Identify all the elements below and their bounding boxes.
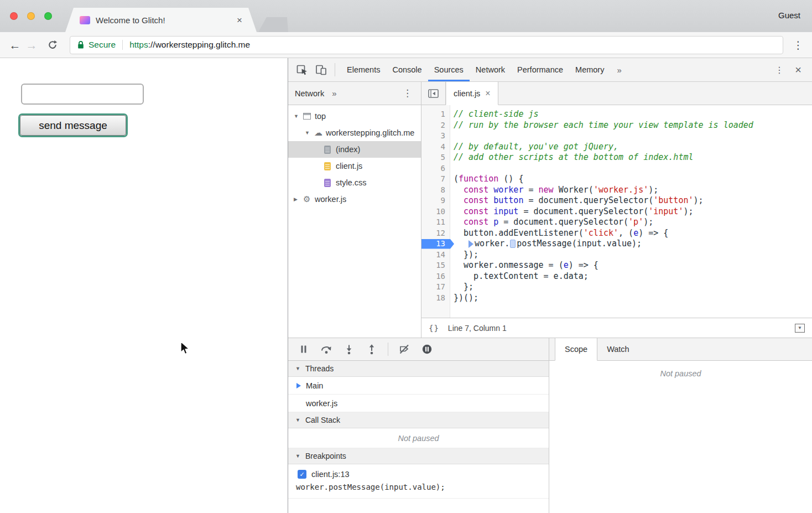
reload-button[interactable]: [44, 39, 61, 50]
tree-item-index[interactable]: (index): [288, 141, 421, 158]
tree-item-style.css[interactable]: style.css: [288, 174, 421, 191]
sources-panel: Network » ⋮ ▼top▼☁workerstepping.glitch.…: [288, 82, 812, 338]
code-line: 4// by default, you've got jQuery,: [421, 142, 812, 153]
send-message-button[interactable]: send message: [20, 115, 126, 136]
step-out-icon[interactable]: [362, 340, 382, 358]
line-number[interactable]: 11: [421, 217, 450, 228]
scope-tabbar: Scope Watch: [549, 338, 812, 361]
code-text: [450, 163, 454, 174]
callstack-section-header[interactable]: ▼ Call Stack: [288, 412, 549, 428]
line-number[interactable]: 10: [421, 206, 450, 217]
line-number[interactable]: 5: [421, 152, 450, 163]
line-number[interactable]: 2: [421, 120, 450, 131]
more-panels-icon[interactable]: »: [612, 65, 626, 75]
devtools-tab-console[interactable]: Console: [386, 58, 428, 81]
deactivate-breakpoints-icon[interactable]: [394, 340, 414, 358]
devtools-tab-memory[interactable]: Memory: [569, 58, 610, 81]
step-over-icon[interactable]: [316, 340, 336, 358]
scope-pane: Scope Watch Not paused: [549, 338, 812, 513]
breakpoints-section-header[interactable]: ▼ Breakpoints: [288, 448, 549, 464]
line-number[interactable]: 7: [421, 174, 450, 185]
gear-icon: ⚙: [303, 194, 315, 204]
line-number[interactable]: 3: [421, 131, 450, 142]
navigator-tab-network[interactable]: Network: [293, 89, 326, 98]
code-text: const p = document.querySelector('p');: [450, 217, 653, 228]
back-button[interactable]: ←: [7, 39, 23, 51]
devtools-tab-network[interactable]: Network: [470, 58, 511, 81]
breakpoint-snippet[interactable]: worker.postMessage(input.value);: [288, 483, 549, 491]
devtools-close-icon[interactable]: ×: [790, 61, 806, 78]
message-input[interactable]: [21, 84, 144, 105]
hide-navigator-icon[interactable]: [421, 82, 446, 105]
thread-item-worker.js[interactable]: worker.js: [288, 395, 549, 412]
devtools-tab-performance[interactable]: Performance: [511, 58, 569, 81]
threads-label: Threads: [305, 364, 334, 373]
line-number[interactable]: 12: [421, 228, 450, 239]
minimize-window-button[interactable]: [27, 12, 35, 20]
line-number[interactable]: 17: [421, 282, 450, 293]
pause-on-exceptions-icon[interactable]: [417, 340, 437, 358]
threads-section-header[interactable]: ▼ Threads: [288, 361, 549, 377]
thread-label: worker.js: [306, 399, 337, 408]
tree-item-label: workerstepping.glitch.me: [326, 128, 414, 137]
tree-item-worker.js[interactable]: ▶⚙worker.js: [288, 191, 421, 208]
forward-button[interactable]: →: [23, 39, 40, 51]
inline-breakpoint-marker[interactable]: [510, 240, 516, 248]
line-number[interactable]: 6: [421, 163, 450, 174]
inline-breakpoint-marker[interactable]: [469, 240, 473, 248]
devtools-tab-elements[interactable]: Elements: [341, 58, 386, 81]
pretty-print-icon[interactable]: {}: [429, 324, 439, 333]
device-toolbar-icon[interactable]: [313, 61, 329, 78]
new-tab-stub[interactable]: [258, 17, 288, 32]
tab-scope[interactable]: Scope: [555, 338, 597, 361]
tree-item-workerstepping.glitch.me[interactable]: ▼☁workerstepping.glitch.me: [288, 125, 421, 141]
callstack-label: Call Stack: [305, 416, 340, 424]
code-editor[interactable]: 1// client-side js2// run by the browser…: [421, 105, 812, 318]
tab-watch[interactable]: Watch: [597, 338, 639, 360]
url-host: ://workerstepping.glitch.me: [148, 40, 250, 49]
tree-item-client.js[interactable]: client.js: [288, 158, 421, 174]
expander-icon[interactable]: ▼: [305, 130, 314, 136]
zoom-window-button[interactable]: [44, 12, 52, 20]
line-number[interactable]: 15: [421, 260, 450, 271]
profile-name[interactable]: Guest: [778, 11, 800, 20]
browser-toolbar: ← → Secure https://workerstepping.glitch…: [0, 32, 812, 58]
line-number[interactable]: 14: [421, 250, 450, 261]
line-number[interactable]: 8: [421, 185, 450, 196]
pause-script-icon[interactable]: [294, 340, 314, 358]
devtools-tab-sources[interactable]: Sources: [428, 58, 470, 81]
step-into-icon[interactable]: [339, 340, 359, 358]
editor-statusbar: {} Line 7, Column 1 ▼: [421, 318, 812, 338]
navigator-more-tabs-icon[interactable]: »: [332, 89, 336, 98]
navigator-menu-icon[interactable]: ⋮: [398, 87, 417, 99]
close-window-button[interactable]: [10, 12, 18, 20]
panel-toggle-icon[interactable]: ▼: [795, 324, 805, 333]
line-number[interactable]: 9: [421, 195, 450, 206]
code-text: // add other scripts at the bottom of in…: [450, 152, 693, 163]
code-text: p.textContent = e.data;: [450, 271, 589, 282]
editor-tab-clientjs[interactable]: client.js ×: [446, 82, 498, 105]
line-number[interactable]: 1: [421, 109, 450, 120]
breakpoint-checkbox[interactable]: ✓: [298, 470, 306, 479]
expander-icon[interactable]: ▼: [294, 113, 303, 119]
tree-item-top[interactable]: ▼top: [288, 108, 421, 125]
thread-item-main[interactable]: Main: [288, 377, 549, 395]
inspect-element-icon[interactable]: [294, 61, 310, 78]
js-icon: [324, 162, 336, 170]
line-number[interactable]: 18: [421, 293, 450, 304]
line-number[interactable]: 4: [421, 142, 450, 153]
breakpoints-list: ✓client.js:13worker.postMessage(input.va…: [288, 464, 549, 499]
collapse-triangle-icon: ▼: [295, 366, 300, 371]
line-number[interactable]: 16: [421, 271, 450, 282]
browser-menu-icon[interactable]: ⋮: [791, 39, 805, 51]
address-bar[interactable]: Secure https://workerstepping.glitch.me: [70, 36, 783, 54]
devtools-menu-icon[interactable]: ⋮: [771, 61, 788, 78]
expander-icon[interactable]: ▶: [294, 196, 303, 202]
breakpoint-location[interactable]: client.js:13: [311, 470, 350, 479]
tab-close-icon[interactable]: ×: [237, 15, 242, 25]
navigator-tabbar: Network » ⋮: [288, 82, 421, 105]
editor-tab-close-icon[interactable]: ×: [485, 89, 490, 98]
browser-tab[interactable]: Welcome to Glitch! ×: [65, 8, 257, 32]
breakpoint-flag[interactable]: 13: [421, 239, 450, 250]
editor-tabbar: client.js ×: [421, 82, 812, 105]
